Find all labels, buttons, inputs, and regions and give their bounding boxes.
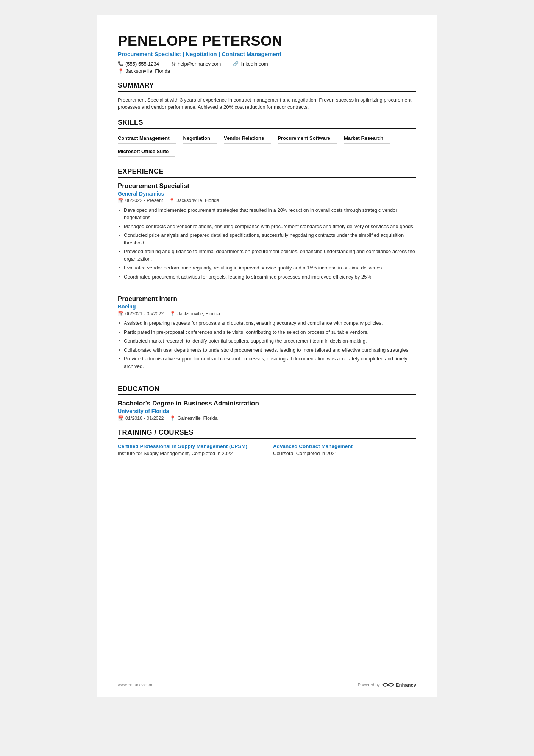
linkedin-contact: 🔗 linkedin.com xyxy=(233,61,268,67)
bullet-item: Evaluated vendor performance regularly, … xyxy=(118,264,416,272)
bullet-item: Collaborated with user departments to un… xyxy=(118,346,416,354)
bullet-item: Managed contracts and vendor relations, … xyxy=(118,223,416,230)
job-location-2: 📍 Jacksonville, Florida xyxy=(170,311,220,316)
brand-name: Enhancv xyxy=(396,682,416,688)
job-bullets-2: Assisted in preparing requests for propo… xyxy=(118,319,416,370)
skills-section: SKILLS Contract Management Negotiation V… xyxy=(118,119,416,160)
edu-school: University of Florida xyxy=(118,408,416,414)
linkedin-value: linkedin.com xyxy=(240,61,268,67)
skills-grid: Contract Management Negotiation Vendor R… xyxy=(118,133,416,160)
training-detail-1: Institute for Supply Management, Complet… xyxy=(118,450,261,457)
skill-item: Vendor Relations xyxy=(224,133,271,144)
bullet-item: Coordinated procurement activities for p… xyxy=(118,273,416,281)
skill-item: Contract Management xyxy=(118,133,176,144)
company-name-2: Boeing xyxy=(118,304,416,310)
training-grid: Certified Professional in Supply Managem… xyxy=(118,443,416,457)
contact-row: 📞 (555) 555-1234 @ help@enhancv.com 🔗 li… xyxy=(118,61,416,67)
footer-brand: Powered by Enhancv xyxy=(358,681,416,688)
candidate-name: PENELOPE PETERSON xyxy=(118,33,416,49)
education-heading: EDUCATION xyxy=(118,385,416,395)
training-title-2: Advanced Contract Management xyxy=(273,443,416,449)
skill-item: Procurement Software xyxy=(278,133,337,144)
job-bullets-1: Developed and implemented procurement st… xyxy=(118,207,416,281)
candidate-title: Procurement Specialist | Negotiation | C… xyxy=(118,51,416,57)
header-section: PENELOPE PETERSON Procurement Specialist… xyxy=(118,33,416,74)
location-row: 📍 Jacksonville, Florida xyxy=(118,68,416,74)
phone-contact: 📞 (555) 555-1234 xyxy=(118,61,159,67)
footer-website: www.enhancv.com xyxy=(118,682,152,687)
education-section: EDUCATION Bachelor's Degree in Business … xyxy=(118,385,416,421)
training-title-1: Certified Professional in Supply Managem… xyxy=(118,443,261,449)
phone-icon: 📞 xyxy=(118,61,123,66)
bullet-item: Assisted in preparing requests for propo… xyxy=(118,319,416,327)
bullet-item: Participated in pre-proposal conferences… xyxy=(118,329,416,336)
bullet-item: Conducted market research to identify po… xyxy=(118,337,416,345)
resume-container: PENELOPE PETERSON Procurement Specialist… xyxy=(97,15,437,697)
experience-entry-1: Procurement Specialist General Dynamics … xyxy=(118,182,416,289)
job-meta-2: 📅 06/2021 - 05/2022 📍 Jacksonville, Flor… xyxy=(118,311,416,316)
bullet-item: Developed and implemented procurement st… xyxy=(118,207,416,221)
edu-dates: 📅 01/2018 - 01/2022 xyxy=(118,415,164,421)
bullet-item: Conducted price analysis and prepared de… xyxy=(118,232,416,246)
bullet-item: Provided training and guidance to intern… xyxy=(118,248,416,263)
skill-item: Negotiation xyxy=(183,133,217,144)
calendar-icon-2: 📅 xyxy=(118,311,124,316)
phone-value: (555) 555-1234 xyxy=(125,61,159,67)
email-contact: @ help@enhancv.com xyxy=(171,61,221,67)
location-icon-1: 📍 xyxy=(169,198,175,203)
job-dates-1: 📅 06/2022 - Present xyxy=(118,198,163,203)
enhancv-logo-icon xyxy=(382,681,394,688)
link-icon: 🔗 xyxy=(233,61,239,66)
skill-item: Microsoft Office Suite xyxy=(118,147,175,157)
experience-section: EXPERIENCE Procurement Specialist Genera… xyxy=(118,167,416,378)
skills-heading: SKILLS xyxy=(118,119,416,129)
job-dates-2: 📅 06/2021 - 05/2022 xyxy=(118,311,164,316)
summary-section: SUMMARY Procurement Specialist with 3 ye… xyxy=(118,81,416,111)
location-icon-2: 📍 xyxy=(170,311,176,316)
experience-heading: EXPERIENCE xyxy=(118,167,416,178)
calendar-icon-1: 📅 xyxy=(118,198,124,203)
job-title-1: Procurement Specialist xyxy=(118,182,416,190)
bullet-item: Provided administrative support for cont… xyxy=(118,355,416,370)
job-location-1: 📍 Jacksonville, Florida xyxy=(169,198,219,203)
job-meta-1: 📅 06/2022 - Present 📍 Jacksonville, Flor… xyxy=(118,198,416,203)
training-section: TRAINING / COURSES Certified Professiona… xyxy=(118,429,416,457)
powered-by-text: Powered by xyxy=(358,682,380,687)
edu-location: 📍 Gainesville, Florida xyxy=(170,415,217,421)
job-title-2: Procurement Intern xyxy=(118,295,416,303)
edu-degree: Bachelor's Degree in Business Administra… xyxy=(118,400,416,407)
company-name-1: General Dynamics xyxy=(118,191,416,197)
location-value: Jacksonville, Florida xyxy=(126,68,170,74)
page-footer: www.enhancv.com Powered by Enhancv xyxy=(118,681,416,688)
edu-meta: 📅 01/2018 - 01/2022 📍 Gainesville, Flori… xyxy=(118,415,416,421)
email-icon: @ xyxy=(171,61,176,66)
location-pin-icon: 📍 xyxy=(118,68,124,74)
training-entry-2: Advanced Contract Management Coursera, C… xyxy=(273,443,416,457)
enhancv-logo: Enhancv xyxy=(382,681,416,688)
training-entry-1: Certified Professional in Supply Managem… xyxy=(118,443,261,457)
summary-heading: SUMMARY xyxy=(118,81,416,92)
location-icon-edu: 📍 xyxy=(170,415,176,421)
calendar-icon-edu: 📅 xyxy=(118,415,124,421)
training-heading: TRAINING / COURSES xyxy=(118,429,416,439)
skill-item: Market Research xyxy=(344,133,390,144)
training-detail-2: Coursera, Completed in 2021 xyxy=(273,450,416,457)
email-value: help@enhancv.com xyxy=(178,61,221,67)
experience-entry-2: Procurement Intern Boeing 📅 06/2021 - 05… xyxy=(118,295,416,377)
summary-text: Procurement Specialist with 3 years of e… xyxy=(118,96,416,111)
